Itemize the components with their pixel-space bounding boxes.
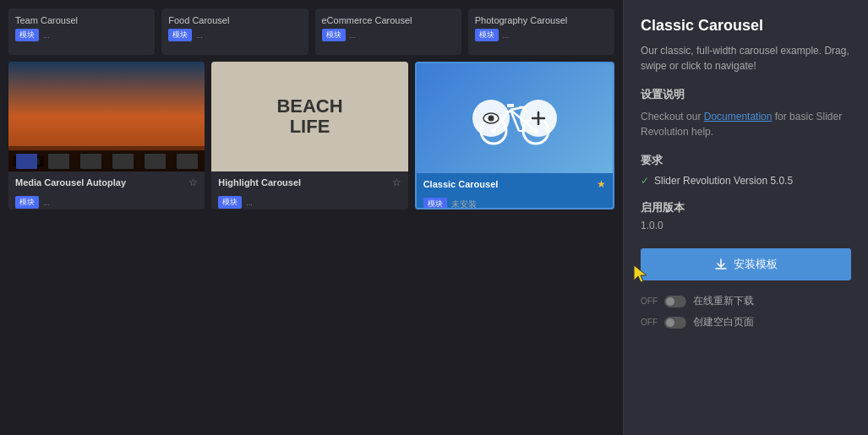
version-label: 启用版本 — [641, 200, 851, 215]
req-item: ✓ Slider Revolution Version 5.0.5 — [641, 175, 851, 187]
setup-prefix: Checkout our — [641, 111, 701, 122]
top-row: Team Carousel 模块 ... Food Carousel 模块 ..… — [8, 8, 614, 55]
doc-text: Checkout our Documentation for basic Sli… — [641, 109, 851, 139]
toggle2-switch[interactable] — [664, 317, 686, 329]
check-icon: ✓ — [641, 175, 649, 187]
card-star-media[interactable]: ☆ — [188, 177, 198, 188]
badge-row-team: 模块 ... — [15, 29, 148, 41]
toggle1-off-label: OFF — [641, 296, 658, 306]
badge-row-ecommerce: 模块 ... — [322, 29, 455, 41]
badge-text-ecommerce: ... — [350, 31, 357, 40]
card-info-highlight: Highlight Carousel ☆ — [211, 171, 407, 193]
cards-row: ICE狂暑 Media Carousel Autoplay ☆ 模块 — [8, 62, 614, 209]
req-item-text: Slider Revolution Version 5.0.5 — [654, 175, 793, 187]
requirements-heading: 要求 — [641, 153, 851, 168]
badge-text-photography: ... — [503, 31, 510, 40]
top-card-food[interactable]: Food Carousel 模块 ... — [161, 8, 308, 55]
top-card-title-ecommerce: eCommerce Carousel — [322, 15, 455, 25]
card-info-classic: Classic Carousel ★ — [417, 173, 613, 195]
thumb-1 — [16, 154, 37, 169]
top-card-title-photography: Photography Carousel — [475, 15, 608, 25]
card-img-highlight: BEACH LIFE — [211, 62, 407, 171]
badge-media: 模块 — [15, 196, 39, 209]
version-section: 启用版本 1.0.0 — [641, 200, 851, 231]
toggle1-text: 在线重新下载 — [693, 294, 754, 308]
card-star-classic[interactable]: ★ — [597, 178, 606, 190]
highlight-text-big: BEACH LIFE — [276, 96, 342, 137]
thumb-6 — [177, 154, 198, 169]
badge-classic: 模块 — [423, 198, 447, 209]
thumb-5 — [145, 154, 166, 169]
main-container: Team Carousel 模块 ... Food Carousel 模块 ..… — [0, 0, 868, 435]
install-button[interactable]: 安装模板 — [641, 248, 851, 280]
card-star-highlight[interactable]: ☆ — [392, 177, 401, 188]
add-button[interactable] — [520, 100, 557, 137]
toggle2-text: 创建空白页面 — [693, 315, 754, 329]
version-value: 1.0.0 — [641, 220, 851, 231]
badge-highlight: 模块 — [218, 196, 242, 209]
card-classic-carousel[interactable]: Classic Carousel ★ 模块 未安装 — [415, 62, 614, 209]
badge-text-highlight: ... — [246, 198, 253, 207]
card-footer-highlight: 模块 ... — [211, 193, 407, 209]
card-highlight-carousel[interactable]: BEACH LIFE Highlight Carousel ☆ 模块 ... — [211, 62, 407, 209]
plus-icon — [531, 111, 546, 126]
top-card-photography[interactable]: Photography Carousel 模块 ... — [468, 8, 614, 55]
right-panel: Classic Carousel Our classic, full-width… — [623, 0, 868, 435]
badge-photography: 模块 — [475, 29, 499, 41]
top-card-ecommerce[interactable]: eCommerce Carousel 模块 ... — [315, 8, 461, 55]
badge-ecommerce: 模块 — [322, 29, 346, 41]
badge-row-photography: 模块 ... — [475, 29, 608, 41]
download-icon — [715, 258, 727, 270]
setup-heading: 设置说明 — [641, 87, 851, 102]
media-overlay-text: ICE狂暑 — [13, 156, 44, 167]
top-card-title-team: Team Carousel — [15, 15, 148, 25]
badge-text-media: ... — [43, 198, 50, 207]
grid-area: Team Carousel 模块 ... Food Carousel 模块 ..… — [0, 0, 623, 435]
install-button-label: 安装模板 — [734, 257, 778, 272]
panel-title: Classic Carousel — [641, 17, 851, 35]
card-img-classic — [417, 63, 613, 173]
svg-point-13 — [488, 116, 494, 122]
card-footer-classic: 模块 未安装 — [417, 195, 613, 209]
top-card-team[interactable]: Team Carousel 模块 ... — [8, 8, 155, 55]
card-overlay-icons — [472, 100, 557, 137]
media-thumbs — [8, 150, 205, 171]
card-img-media: ICE狂暑 — [8, 62, 205, 171]
badge-text-food: ... — [196, 31, 203, 40]
card-media-carousel[interactable]: ICE狂暑 Media Carousel Autoplay ☆ 模块 — [8, 62, 205, 209]
card-title-classic: Classic Carousel — [423, 179, 499, 189]
badge-text-team: ... — [43, 31, 50, 40]
card-footer-media: 模块 ... — [8, 193, 205, 209]
preview-button[interactable] — [472, 100, 510, 137]
card-title-media: Media Carousel Autoplay — [15, 177, 126, 188]
thumb-2 — [48, 154, 69, 169]
documentation-link[interactable]: Documentation — [704, 111, 772, 122]
toggle-row-1: OFF 在线重新下载 — [641, 294, 851, 308]
toggle1-switch[interactable] — [664, 296, 686, 307]
requirements-section: 要求 ✓ Slider Revolution Version 5.0.5 — [641, 153, 851, 187]
card-info-media: Media Carousel Autoplay ☆ — [8, 171, 205, 193]
top-card-title-food: Food Carousel — [168, 15, 301, 25]
badge-food: 模块 — [168, 29, 192, 41]
badge-row-food: 模块 ... — [168, 29, 301, 41]
thumb-3 — [80, 154, 101, 169]
eye-icon — [483, 112, 500, 124]
toggle-row-2: OFF 创建空白页面 — [641, 315, 851, 329]
card-title-highlight: Highlight Carousel — [218, 177, 301, 188]
badge-team: 模块 — [15, 29, 39, 41]
panel-description: Our classic, full-width carousel example… — [641, 43, 851, 73]
toggle2-off-label: OFF — [641, 318, 658, 327]
thumb-4 — [112, 154, 134, 169]
not-installed-label: 未安装 — [451, 198, 477, 210]
